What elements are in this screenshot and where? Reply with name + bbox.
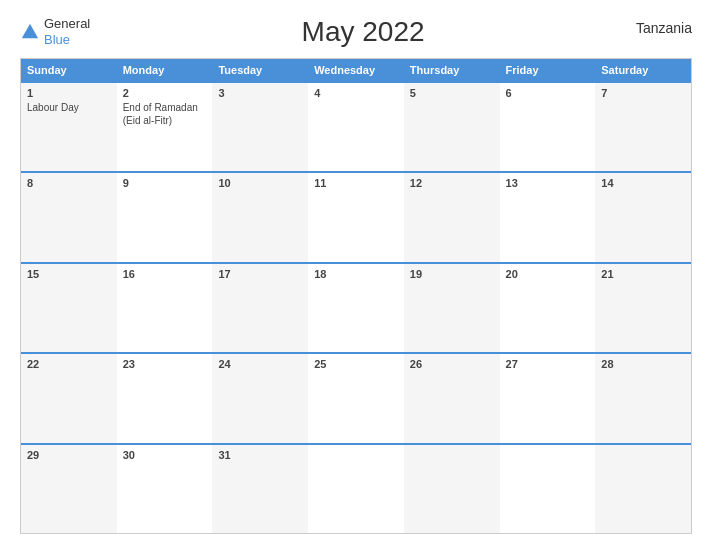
logo-text: General Blue [44, 16, 90, 47]
day-number: 6 [506, 87, 590, 99]
day-number: 8 [27, 177, 111, 189]
event-label: Labour Day [27, 102, 79, 113]
cal-cell: 31 [212, 445, 308, 533]
cal-cell: 13 [500, 173, 596, 261]
day-number: 14 [601, 177, 685, 189]
day-number: 18 [314, 268, 398, 280]
logo-line2: Blue [44, 32, 90, 48]
day-number: 12 [410, 177, 494, 189]
day-number: 31 [218, 449, 302, 461]
day-number: 5 [410, 87, 494, 99]
calendar-grid: Sunday Monday Tuesday Wednesday Thursday… [20, 58, 692, 534]
day-number: 22 [27, 358, 111, 370]
cal-cell: 23 [117, 354, 213, 442]
header-monday: Monday [117, 59, 213, 81]
cal-cell: 16 [117, 264, 213, 352]
cal-cell: 15 [21, 264, 117, 352]
day-number: 20 [506, 268, 590, 280]
day-number: 21 [601, 268, 685, 280]
cal-cell: 8 [21, 173, 117, 261]
cal-cell: 24 [212, 354, 308, 442]
cal-cell: 17 [212, 264, 308, 352]
day-number: 24 [218, 358, 302, 370]
cal-cell: 12 [404, 173, 500, 261]
day-number: 19 [410, 268, 494, 280]
day-number: 10 [218, 177, 302, 189]
day-number: 4 [314, 87, 398, 99]
week-row: 8 9 10 11 12 13 14 [21, 171, 691, 261]
cal-cell-empty [595, 445, 691, 533]
logo-line1: General [44, 16, 90, 32]
cal-cell: 22 [21, 354, 117, 442]
page-header: General Blue May 2022 Tanzania [20, 16, 692, 48]
week-row: 22 23 24 25 26 27 28 [21, 352, 691, 442]
header-friday: Friday [500, 59, 596, 81]
cal-cell: 1 Labour Day [21, 83, 117, 171]
svg-marker-0 [22, 24, 38, 39]
day-number: 13 [506, 177, 590, 189]
day-number: 15 [27, 268, 111, 280]
cal-cell-empty [404, 445, 500, 533]
day-number: 1 [27, 87, 111, 99]
cal-cell: 6 [500, 83, 596, 171]
cal-cell: 25 [308, 354, 404, 442]
week-row: 1 Labour Day 2 End of Ramadan(Eid al-Fit… [21, 81, 691, 171]
cal-cell: 28 [595, 354, 691, 442]
calendar-body: 1 Labour Day 2 End of Ramadan(Eid al-Fit… [21, 81, 691, 533]
day-number: 27 [506, 358, 590, 370]
day-number: 25 [314, 358, 398, 370]
header-tuesday: Tuesday [212, 59, 308, 81]
header-saturday: Saturday [595, 59, 691, 81]
day-number: 26 [410, 358, 494, 370]
cal-cell: 4 [308, 83, 404, 171]
week-row: 29 30 31 [21, 443, 691, 533]
event-label: End of Ramadan(Eid al-Fitr) [123, 102, 198, 126]
cal-cell-empty [500, 445, 596, 533]
cal-cell: 9 [117, 173, 213, 261]
cal-cell: 14 [595, 173, 691, 261]
day-number: 11 [314, 177, 398, 189]
week-row: 15 16 17 18 19 20 21 [21, 262, 691, 352]
day-number: 28 [601, 358, 685, 370]
calendar-title: May 2022 [302, 16, 425, 48]
cal-cell: 2 End of Ramadan(Eid al-Fitr) [117, 83, 213, 171]
day-number: 16 [123, 268, 207, 280]
cal-cell: 10 [212, 173, 308, 261]
cal-cell: 26 [404, 354, 500, 442]
cal-cell: 30 [117, 445, 213, 533]
cal-cell: 29 [21, 445, 117, 533]
cal-cell-empty [308, 445, 404, 533]
day-number: 9 [123, 177, 207, 189]
day-number: 30 [123, 449, 207, 461]
cal-cell: 20 [500, 264, 596, 352]
day-number: 2 [123, 87, 207, 99]
cal-cell: 3 [212, 83, 308, 171]
cal-cell: 7 [595, 83, 691, 171]
header-wednesday: Wednesday [308, 59, 404, 81]
cal-cell: 18 [308, 264, 404, 352]
header-sunday: Sunday [21, 59, 117, 81]
calendar-page: General Blue May 2022 Tanzania Sunday Mo… [0, 0, 712, 550]
cal-cell: 27 [500, 354, 596, 442]
day-number: 17 [218, 268, 302, 280]
day-number: 29 [27, 449, 111, 461]
country-label: Tanzania [636, 16, 692, 36]
cal-cell: 11 [308, 173, 404, 261]
cal-cell: 5 [404, 83, 500, 171]
day-number: 23 [123, 358, 207, 370]
logo-icon [20, 22, 40, 42]
header-thursday: Thursday [404, 59, 500, 81]
calendar-header: Sunday Monday Tuesday Wednesday Thursday… [21, 59, 691, 81]
day-number: 3 [218, 87, 302, 99]
cal-cell: 21 [595, 264, 691, 352]
logo: General Blue [20, 16, 90, 47]
cal-cell: 19 [404, 264, 500, 352]
day-number: 7 [601, 87, 685, 99]
